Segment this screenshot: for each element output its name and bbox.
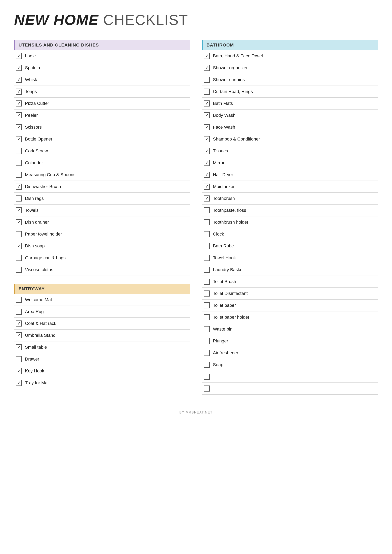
checkbox[interactable] bbox=[204, 279, 210, 285]
list-item[interactable]: Ladle bbox=[14, 50, 190, 62]
checkbox[interactable] bbox=[204, 100, 210, 106]
list-item[interactable]: Waste bin bbox=[202, 323, 378, 335]
list-item[interactable]: Peeler bbox=[14, 110, 190, 121]
checkbox[interactable] bbox=[204, 255, 210, 261]
list-item[interactable]: Bath Mats bbox=[202, 98, 378, 110]
list-item[interactable]: Shower organizer bbox=[202, 62, 378, 74]
list-item[interactable]: Body Wash bbox=[202, 110, 378, 121]
list-item[interactable]: Tongs bbox=[14, 86, 190, 98]
list-item[interactable]: Air freshener bbox=[202, 347, 378, 359]
checkbox[interactable] bbox=[16, 267, 22, 273]
checkbox[interactable] bbox=[16, 124, 22, 130]
list-item[interactable]: Toilet paper holder bbox=[202, 312, 378, 323]
checkbox[interactable] bbox=[204, 172, 210, 178]
checkbox[interactable] bbox=[204, 291, 210, 297]
checkbox[interactable] bbox=[204, 112, 210, 118]
checkbox[interactable] bbox=[204, 350, 210, 356]
list-item[interactable]: Key Hook bbox=[14, 365, 190, 377]
checkbox[interactable] bbox=[16, 368, 22, 374]
list-item[interactable]: Towels bbox=[14, 205, 190, 216]
checkbox[interactable] bbox=[16, 231, 22, 237]
list-item[interactable]: Moisturizer bbox=[202, 181, 378, 193]
list-item[interactable] bbox=[202, 371, 378, 383]
list-item[interactable]: Shampoo & Conditioner bbox=[202, 133, 378, 145]
list-item[interactable]: Laundry Basket bbox=[202, 264, 378, 276]
list-item[interactable]: Umbrella Stand bbox=[14, 330, 190, 341]
checkbox[interactable] bbox=[204, 243, 210, 249]
checkbox[interactable] bbox=[204, 386, 210, 392]
list-item[interactable]: Measuring Cup & Spoons bbox=[14, 169, 190, 181]
checkbox[interactable] bbox=[204, 136, 210, 142]
checkbox[interactable] bbox=[204, 231, 210, 237]
checkbox[interactable] bbox=[16, 195, 22, 201]
list-item[interactable]: Toilet Brush bbox=[202, 276, 378, 288]
checkbox[interactable] bbox=[204, 362, 210, 368]
list-item[interactable]: Drawer bbox=[14, 353, 190, 365]
list-item[interactable]: Mirror bbox=[202, 157, 378, 169]
checkbox[interactable] bbox=[16, 297, 22, 303]
checkbox[interactable] bbox=[16, 65, 22, 71]
checkbox[interactable] bbox=[16, 207, 22, 213]
checkbox[interactable] bbox=[16, 148, 22, 154]
checkbox[interactable] bbox=[16, 136, 22, 142]
list-item[interactable]: Spatula bbox=[14, 62, 190, 74]
checkbox[interactable] bbox=[204, 184, 210, 190]
list-item[interactable]: Soap bbox=[202, 359, 378, 371]
list-item[interactable]: Tissues bbox=[202, 145, 378, 157]
list-item[interactable]: Shower curtains bbox=[202, 74, 378, 86]
checkbox[interactable] bbox=[204, 338, 210, 344]
checkbox[interactable] bbox=[16, 320, 22, 326]
list-item[interactable]: Cork Screw bbox=[14, 145, 190, 157]
list-item[interactable]: Toilet Disinfectant bbox=[202, 288, 378, 299]
checkbox[interactable] bbox=[16, 53, 22, 59]
checkbox[interactable] bbox=[16, 77, 22, 83]
checkbox[interactable] bbox=[204, 65, 210, 71]
checkbox[interactable] bbox=[16, 100, 22, 106]
list-item[interactable]: Welcome Mat bbox=[14, 294, 190, 306]
list-item[interactable]: Plunger bbox=[202, 335, 378, 347]
list-item[interactable]: Bath Robe bbox=[202, 240, 378, 252]
checkbox[interactable] bbox=[204, 53, 210, 59]
checkbox[interactable] bbox=[16, 172, 22, 178]
list-item[interactable]: Toothbrush bbox=[202, 193, 378, 205]
checkbox[interactable] bbox=[16, 89, 22, 95]
checkbox[interactable] bbox=[204, 89, 210, 95]
list-item[interactable]: Face Wash bbox=[202, 121, 378, 133]
checkbox[interactable] bbox=[16, 184, 22, 190]
list-item[interactable]: Bath, Hand & Face Towel bbox=[202, 50, 378, 62]
list-item[interactable]: Scissors bbox=[14, 121, 190, 133]
list-item[interactable]: Toothbrush holder bbox=[202, 216, 378, 228]
list-item[interactable]: Curtain Road, Rings bbox=[202, 86, 378, 98]
list-item[interactable]: Toilet paper bbox=[202, 299, 378, 312]
list-item[interactable]: Paper towel holder bbox=[14, 228, 190, 240]
list-item[interactable]: Area Rug bbox=[14, 306, 190, 318]
list-item[interactable]: Colander bbox=[14, 157, 190, 169]
list-item[interactable]: Clock bbox=[202, 228, 378, 240]
checkbox[interactable] bbox=[204, 302, 210, 308]
checkbox[interactable] bbox=[16, 255, 22, 261]
list-item[interactable]: Dish rags bbox=[14, 193, 190, 205]
checkbox[interactable] bbox=[16, 332, 22, 338]
list-item[interactable]: Pizza Cutter bbox=[14, 98, 190, 110]
checkbox[interactable] bbox=[16, 356, 22, 362]
list-item[interactable]: Tray for Mail bbox=[14, 377, 190, 389]
checkbox[interactable] bbox=[204, 314, 210, 320]
checkbox[interactable] bbox=[204, 267, 210, 273]
list-item[interactable] bbox=[202, 383, 378, 395]
checkbox[interactable] bbox=[204, 77, 210, 83]
list-item[interactable]: Towel Hook bbox=[202, 252, 378, 264]
list-item[interactable]: Viscose cloths bbox=[14, 264, 190, 276]
list-item[interactable]: Hair Dryer bbox=[202, 169, 378, 181]
checkbox[interactable] bbox=[16, 309, 22, 315]
checkbox[interactable] bbox=[16, 344, 22, 350]
checkbox[interactable] bbox=[16, 112, 22, 118]
checkbox[interactable] bbox=[16, 219, 22, 225]
list-item[interactable]: Small table bbox=[14, 341, 190, 353]
checkbox[interactable] bbox=[204, 195, 210, 201]
list-item[interactable]: Bottle Opener bbox=[14, 133, 190, 145]
list-item[interactable]: Garbage can & bags bbox=[14, 252, 190, 264]
list-item[interactable]: Dish soap bbox=[14, 240, 190, 252]
checkbox[interactable] bbox=[204, 148, 210, 154]
list-item[interactable]: Dishwasher Brush bbox=[14, 181, 190, 193]
checkbox[interactable] bbox=[204, 326, 210, 332]
